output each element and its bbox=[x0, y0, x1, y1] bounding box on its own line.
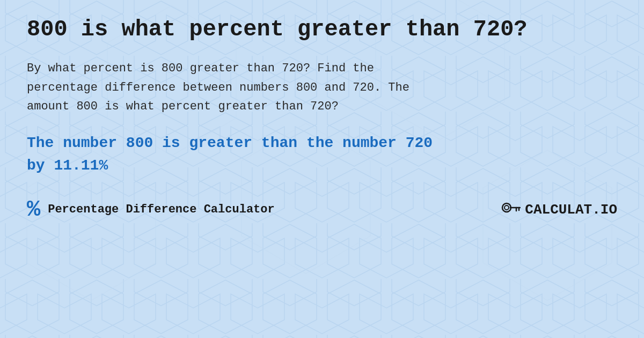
result-line2: by 11.11% bbox=[27, 157, 108, 174]
footer: % Percentage Difference Calculator CALCU… bbox=[27, 199, 617, 221]
calculat-logo: CALCULAT.IO bbox=[525, 202, 617, 218]
footer-label: Percentage Difference Calculator bbox=[48, 203, 274, 216]
footer-branding-left: % Percentage Difference Calculator bbox=[27, 199, 275, 221]
desc-line3: amount 800 is what percent greater than … bbox=[27, 100, 339, 113]
svg-point-11 bbox=[504, 205, 509, 210]
description-text: By what percent is 800 greater than 720?… bbox=[27, 59, 510, 116]
key-icon bbox=[501, 200, 521, 219]
result-line1: The number 800 is greater than the numbe… bbox=[27, 135, 433, 151]
svg-point-10 bbox=[502, 203, 511, 212]
result-text: The number 800 is greater than the numbe… bbox=[27, 132, 510, 177]
percent-icon: % bbox=[27, 199, 40, 221]
desc-line1: By what percent is 800 greater than 720?… bbox=[27, 62, 374, 75]
footer-branding-right: CALCULAT.IO bbox=[501, 200, 617, 219]
page-title: 800 is what percent greater than 720? bbox=[27, 16, 617, 43]
desc-line2: percentage difference between numbers 80… bbox=[27, 81, 409, 94]
